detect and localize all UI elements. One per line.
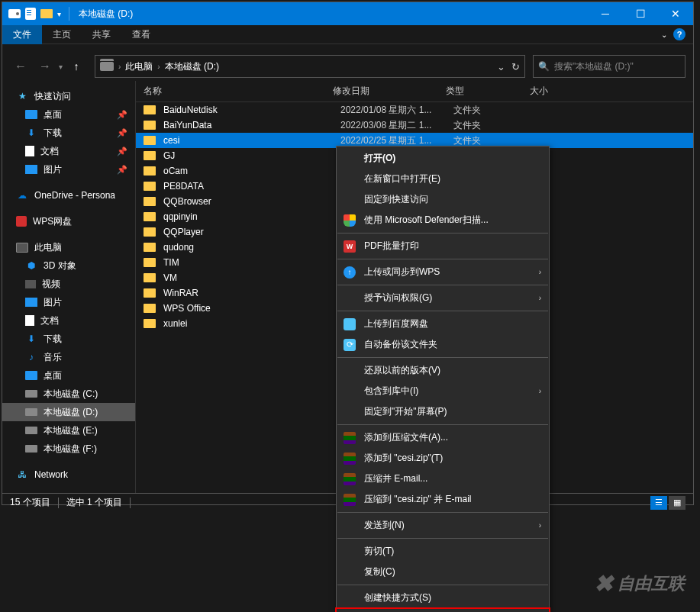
folder-icon (144, 288, 156, 298)
minimize-button[interactable]: ─ (588, 2, 623, 25)
cm-grant-access[interactable]: 授予访问权限(G)› (337, 288, 549, 308)
chevron-right-icon[interactable]: › (157, 63, 160, 71)
sidebar-wps[interactable]: WPS网盘 (2, 212, 135, 230)
file-name: oCam (163, 166, 340, 176)
ribbon-collapse-icon[interactable]: ⌄ (661, 31, 667, 39)
cm-defender-scan[interactable]: 使用 Microsoft Defender扫描... (337, 210, 549, 230)
sidebar-documents[interactable]: 文档📌 (2, 142, 135, 160)
document-icon[interactable] (25, 8, 36, 20)
file-name: VM (163, 272, 340, 283)
sidebar-network[interactable]: 🖧Network (2, 465, 135, 484)
sidebar-onedrive[interactable]: ☁OneDrive - Persona (2, 186, 135, 205)
file-row[interactable]: BaiYunData2022/03/08 星期二 1...文件夹 (136, 118, 693, 133)
picture-icon (25, 298, 37, 307)
ribbon-file-tab[interactable]: 文件 (2, 25, 42, 44)
navigation-pane[interactable]: ★快速访问 桌面📌 ⬇下载📌 文档📌 图片📌 ☁OneDrive - Perso… (2, 81, 136, 493)
cm-pin-start[interactable]: 固定到"开始"屏幕(P) (337, 401, 549, 422)
sidebar-pictures2[interactable]: 图片 (2, 293, 135, 311)
pin-icon: 📌 (117, 128, 127, 138)
refresh-icon[interactable]: ↻ (511, 61, 520, 72)
cm-create-shortcut[interactable]: 创建快捷方式(S) (337, 588, 549, 608)
sidebar-downloads[interactable]: ⬇下载📌 (2, 124, 135, 142)
separator (337, 424, 548, 425)
column-type[interactable]: 类型 (446, 85, 530, 98)
cm-pdf-batch[interactable]: WPDF批量打印 (337, 236, 549, 256)
search-input[interactable] (554, 61, 680, 72)
cm-open[interactable]: 打开(O) (337, 148, 549, 169)
file-name: PE8DATA (163, 181, 340, 192)
cm-copy[interactable]: 复制(C) (337, 562, 549, 582)
cm-restore-previous[interactable]: 还原以前的版本(V) (337, 360, 549, 381)
archive-icon (343, 472, 356, 486)
folder-icon (144, 197, 156, 206)
sidebar-desktop[interactable]: 桌面📌 (2, 105, 135, 124)
column-size[interactable]: 大小 (530, 85, 693, 98)
drive-icon (8, 9, 21, 18)
cm-add-archive[interactable]: 添加到压缩文件(A)... (337, 427, 549, 448)
cm-compress-zip-email[interactable]: 压缩到 "cesi.zip" 并 E-mail (337, 489, 549, 510)
drive-icon (25, 427, 37, 434)
nav-back-button[interactable]: ← (10, 56, 31, 77)
archive-icon (343, 493, 356, 507)
close-button[interactable]: ✕ (658, 2, 693, 25)
cm-auto-backup[interactable]: ⟳自动备份该文件夹 (337, 334, 549, 355)
sidebar-desktop2[interactable]: 桌面 (2, 366, 135, 385)
context-menu[interactable]: 打开(O) 在新窗口中打开(E) 固定到快速访问 使用 Microsoft De… (336, 146, 550, 612)
cm-cut[interactable]: 剪切(T) (337, 541, 549, 562)
sidebar-documents2[interactable]: 文档 (2, 311, 135, 330)
cm-baidu-upload[interactable]: 上传到百度网盘 (337, 314, 549, 334)
pin-icon: 📌 (117, 147, 127, 156)
file-date: 2022/02/25 星期五 1... (340, 134, 453, 147)
column-name[interactable]: 名称 (136, 85, 333, 98)
cm-wps-sync[interactable]: ↑上传或同步到WPS› (337, 262, 549, 282)
cm-include-library[interactable]: 包含到库中(I)› (337, 381, 549, 401)
cm-delete[interactable]: 删除(D) (337, 608, 549, 612)
ribbon-help-area: ⌄ ? (661, 28, 693, 40)
cm-compress-email[interactable]: 压缩并 E-mail... (337, 469, 549, 489)
cm-open-new-window[interactable]: 在新窗口中打开(E) (337, 169, 549, 189)
sidebar-drive-c[interactable]: 本地磁盘 (C:) (2, 385, 135, 403)
file-name: BaiduNetdisk (163, 105, 340, 115)
ribbon-tab-share[interactable]: 共享 (82, 25, 121, 44)
breadcrumb-drive[interactable]: 本地磁盘 (D:) (165, 60, 219, 73)
sidebar-3d-objects[interactable]: ⬢3D 对象 (2, 256, 135, 275)
sidebar-music[interactable]: ♪音乐 (2, 348, 135, 366)
sidebar-quick-access[interactable]: ★快速访问 (2, 87, 135, 105)
navigation-bar: ← → ▾ ↑ › 此电脑 › 本地磁盘 (D:) ⌄ ↻ 🔍 (2, 52, 693, 81)
cm-send-to[interactable]: 发送到(N)› (337, 515, 549, 536)
file-row[interactable]: BaiduNetdisk2022/01/08 星期六 1...文件夹 (136, 102, 693, 118)
column-date[interactable]: 修改日期 (333, 85, 446, 98)
search-box[interactable]: 🔍 (533, 55, 685, 78)
ribbon-tab-view[interactable]: 查看 (121, 25, 161, 44)
video-icon (25, 280, 36, 288)
qat-dropdown-icon[interactable]: ▾ (57, 10, 61, 18)
file-date: 2022/03/08 星期二 1... (340, 119, 453, 132)
address-bar[interactable]: › 此电脑 › 本地磁盘 (D:) ⌄ ↻ (95, 55, 525, 78)
breadcrumb-thispc[interactable]: 此电脑 (125, 60, 153, 73)
titlebar[interactable]: ▾ 本地磁盘 (D:) ─ ☐ ✕ (2, 2, 693, 25)
sidebar-drive-d[interactable]: 本地磁盘 (D:) (2, 403, 135, 421)
nav-history-dropdown[interactable]: ▾ (59, 63, 63, 71)
help-icon[interactable]: ? (673, 28, 685, 40)
icons-view-button[interactable]: ▦ (669, 496, 685, 510)
chevron-right-icon[interactable]: › (118, 63, 121, 71)
drive-icon (25, 445, 37, 453)
column-headers[interactable]: 名称 修改日期 类型 大小 (136, 81, 693, 102)
maximize-button[interactable]: ☐ (623, 2, 658, 25)
sidebar-drive-e[interactable]: 本地磁盘 (E:) (2, 421, 135, 440)
sidebar-thispc[interactable]: 此电脑 (2, 238, 135, 256)
sidebar-downloads2[interactable]: ⬇下载 (2, 330, 135, 348)
sidebar-drive-f[interactable]: 本地磁盘 (F:) (2, 440, 135, 458)
address-dropdown-icon[interactable]: ⌄ (497, 61, 505, 72)
sidebar-pictures[interactable]: 图片📌 (2, 160, 135, 179)
cm-pin-quick[interactable]: 固定到快速访问 (337, 189, 549, 210)
file-name: WPS Office (163, 303, 340, 314)
sidebar-videos[interactable]: 视频 (2, 275, 135, 293)
status-selected-count: 选中 1 个项目 (66, 496, 122, 509)
ribbon-tab-home[interactable]: 主页 (42, 25, 82, 44)
folder-icon (144, 304, 156, 313)
file-name: cesi (163, 135, 340, 146)
cm-add-zip[interactable]: 添加到 "cesi.zip"(T) (337, 448, 549, 469)
nav-up-button[interactable]: ↑ (66, 56, 87, 77)
details-view-button[interactable]: ☰ (650, 496, 667, 510)
